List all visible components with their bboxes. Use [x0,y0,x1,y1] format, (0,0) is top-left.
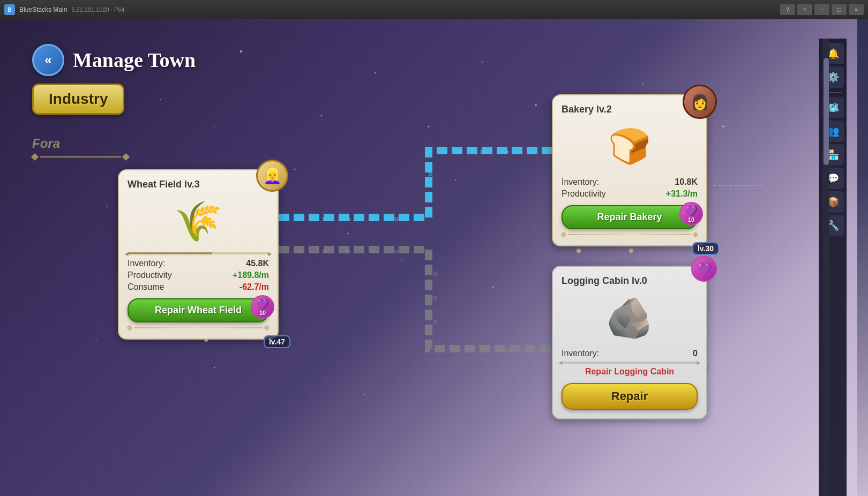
svg-text:»: » [297,245,303,256]
fora-label: Fora [32,136,60,151]
logging-card-header: Logging Cabin lv.0 [562,275,698,287]
svg-text:»: » [370,213,375,224]
svg-point-14 [492,287,494,288]
inventory-bar-fill [128,252,212,254]
svg-text:»: » [321,245,327,256]
svg-point-15 [642,83,643,84]
svg-text:»: » [297,213,303,224]
svg-point-4 [375,72,376,73]
svg-text:»: » [370,245,375,256]
bakery-card-header: Bakery lv.2 [562,104,698,115]
logging-inventory-bar: ◄ ► [562,362,698,364]
wheat-avatar-face: 👱‍♀️ [263,167,282,185]
window-controls: ? ≡ − □ × [780,4,864,15]
inventory-arrow-left: ◄ [123,250,130,258]
bakery-icon-area: 🍞 [562,119,698,173]
svg-text:»: » [455,344,461,355]
logging-bar-left: ◄ [557,359,564,366]
deco-diamond-left [126,325,132,330]
fora-line-bar [40,156,121,157]
minimize-button[interactable]: − [814,4,829,15]
svg-point-1 [160,99,161,100]
logging-gem-badge: 💜 [691,256,717,282]
wheat-cost-num: 10 [259,310,266,316]
logging-inventory-row: Inventory: 0 [562,349,698,358]
bakery-cost-badge: 💜 10 [679,202,703,226]
wheat-icon: 🌾 [174,199,222,244]
svg-text:»: » [424,196,435,201]
logging-icon: 🪨 [605,295,654,341]
bakery-card-decoration [562,232,698,237]
svg-point-18 [214,367,215,369]
svg-text:»: » [346,245,351,256]
wheat-productivity-label: Productivity [128,270,172,280]
logging-inventory-label: Inventory: [562,349,599,358]
repair-logging-button[interactable]: Repair [562,383,698,410]
deco-line [134,327,263,328]
svg-text:»: » [394,245,399,256]
close-button[interactable]: × [849,4,864,15]
bakery-inventory-value: 10.8K [675,177,698,187]
svg-point-48 [629,249,633,253]
svg-text:»: » [431,271,442,276]
bakery-icon: 🍞 [608,126,651,167]
svg-text:»: » [480,146,485,156]
svg-point-5 [428,126,430,127]
svg-text:»: » [424,172,435,177]
wheat-consume-row: Consume -62.7/m [128,282,269,292]
wheat-productivity-value: +189.8/m [233,270,269,280]
wheat-inventory-bar: ◄ ► [128,252,269,254]
scrollbar-thumb[interactable] [824,58,829,165]
svg-point-6 [482,62,483,63]
svg-text:»: » [431,295,442,300]
repair-wheat-button[interactable]: Repair Wheat Field 💜 10 [128,298,269,322]
bakery-avatar: 👩 [683,85,717,119]
scrollbar-track [823,39,829,496]
svg-point-10 [455,179,456,181]
inventory-arrow-right: ► [267,250,273,258]
wheat-consume-value: -62.7/m [240,282,269,292]
help-button[interactable]: ? [780,4,795,15]
fora-line [32,156,129,157]
svg-point-19 [364,394,365,395]
wheat-inventory-label: Inventory: [128,259,165,268]
logging-icon-area: 🪨 [562,291,698,344]
svg-text:»: » [455,146,461,156]
logging-gem-icon: 💜 [697,262,712,276]
wheat-card-header: Wheat Field lv.3 [128,179,269,190]
fora-diamond-left [31,153,39,160]
back-button[interactable]: « [32,44,64,76]
svg-point-3 [321,115,323,117]
menu-button[interactable]: ≡ [797,4,812,15]
wheat-card-decoration [128,326,269,330]
wheat-cost-badge: 💜 10 [251,295,274,319]
wheat-icon-area: 🌾 [128,194,269,248]
app-name: BlueStacks Main [19,6,67,13]
svg-point-49 [577,249,581,253]
svg-text:»: » [480,344,485,355]
svg-point-17 [96,340,97,341]
bakery-productivity-value: +31.3/m [666,189,698,199]
deco-diamond-right [264,325,270,330]
bakery-deco-left [560,231,566,237]
svg-point-16 [722,125,724,127]
back-arrow-icon: « [44,52,51,67]
bakery-inventory-row: Inventory: 10.8K [562,177,698,187]
svg-text:»: » [528,344,533,355]
svg-point-7 [535,104,537,106]
bakery-cost-num: 10 [688,216,694,223]
bakery-deco-right [692,231,698,237]
title-bar: B BlueStacks Main 5.21.201.1029 · P64 ? … [0,0,868,19]
repair-bakery-button[interactable]: Repair Bakery 💜 10 [562,205,698,229]
svg-point-11 [214,126,215,127]
wheat-avatar: 👱‍♀️ [256,160,288,192]
game-area: » » » » » » » » » » » » » » » » » » » » … [0,19,857,496]
app-icon: B [4,4,15,15]
wheat-field-card: 👱‍♀️ lv.47 Wheat Field lv.3 🌾 ◄ ► Invent… [118,169,279,340]
bakery-productivity-row: Productivity +31.3/m [562,189,698,199]
page-title-area: « Manage Town [32,44,196,76]
app-version: 5.21.201.1029 · P64 [71,6,124,13]
logging-bar-right: ► [695,359,702,366]
industry-badge[interactable]: Industry [32,84,124,115]
maximize-button[interactable]: □ [832,4,847,15]
